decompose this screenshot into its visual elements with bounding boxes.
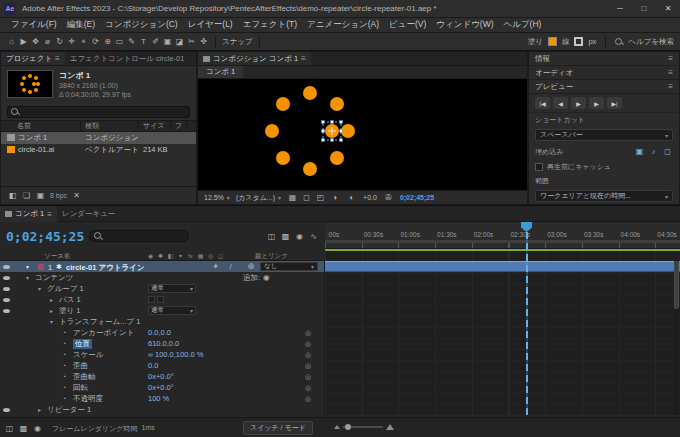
frame-blending-master-icon[interactable]: ▩ bbox=[18, 422, 29, 435]
first-frame-button[interactable]: |◀ bbox=[535, 97, 550, 109]
layer-row[interactable]: ▾ 1 ✱ circle-01 アウトライン ✦/ ◎ なし ▾ bbox=[0, 261, 324, 272]
property-value[interactable]: ∞100.0,100.0 % bbox=[148, 349, 203, 360]
tab-timeline-comp1[interactable]: コンポ 1 ≡ bbox=[0, 206, 57, 222]
resolution-dropdown[interactable]: (カスタム...) ▾ bbox=[236, 193, 281, 203]
property-value[interactable]: 0x+0.0° bbox=[148, 371, 174, 382]
layer-color-chip[interactable] bbox=[38, 264, 44, 270]
rotation-tool-icon[interactable]: ⟳ bbox=[90, 35, 101, 48]
visibility-eye-icon[interactable] bbox=[3, 287, 10, 291]
menu-item[interactable]: ヘルプ(H) bbox=[499, 19, 547, 31]
exposure-icon[interactable]: ◐ bbox=[346, 191, 357, 204]
dolly-camera-tool-icon[interactable]: ⌖ bbox=[78, 35, 89, 48]
timeline-search-box[interactable] bbox=[89, 230, 189, 242]
property-row-0[interactable]: ▾コンテンツ追加:◉ bbox=[0, 272, 324, 283]
visibility-eye-icon[interactable] bbox=[3, 408, 10, 412]
column-size[interactable]: サイズ bbox=[139, 121, 171, 131]
exposure-value[interactable]: +0.0 bbox=[363, 194, 377, 201]
panel-menu-icon[interactable]: ≡ bbox=[301, 54, 306, 63]
keyframe-navigator-icon[interactable]: ◎ bbox=[305, 349, 311, 360]
project-row[interactable]: circle-01.aiベクトルアート214 KB bbox=[1, 144, 196, 156]
visibility-eye-icon[interactable] bbox=[3, 276, 10, 280]
pan-camera-tool-icon[interactable]: ✛ bbox=[66, 35, 77, 48]
panel-menu-icon[interactable]: ≡ bbox=[47, 210, 52, 219]
pan-behind-tool-icon[interactable]: ⊕ bbox=[102, 35, 113, 48]
layer-duration-bar[interactable] bbox=[325, 261, 680, 272]
keyframe-navigator-icon[interactable]: ◎ bbox=[305, 371, 311, 382]
column-parent-link[interactable]: 親とリンク bbox=[255, 252, 288, 261]
draft-3d-icon[interactable]: ▩ bbox=[280, 230, 291, 243]
twirl-open-icon[interactable]: ▾ bbox=[50, 318, 57, 325]
brush-tool-icon[interactable]: ✐ bbox=[150, 35, 161, 48]
layer-name[interactable]: circle-01 アウトライン bbox=[66, 263, 145, 273]
roto-brush-tool-icon[interactable]: ✂ bbox=[186, 35, 197, 48]
hide-shy-layers-icon[interactable]: ◉ bbox=[294, 230, 305, 243]
clone-stamp-tool-icon[interactable]: ▣ bbox=[162, 35, 173, 48]
tab-composition[interactable]: コンポジション コンポ 1 ≡ bbox=[198, 52, 311, 65]
video-include-icon[interactable]: ▣ bbox=[634, 145, 645, 158]
eraser-tool-icon[interactable]: ◪ bbox=[174, 35, 185, 48]
keyframe-navigator-icon[interactable]: ◎ bbox=[305, 327, 311, 338]
audio-panel-header[interactable]: オーディオ ≡ bbox=[529, 66, 679, 80]
zoom-slider[interactable] bbox=[343, 426, 383, 428]
minimize-button[interactable]: ─ bbox=[608, 0, 632, 17]
stopwatch-icon[interactable]: ◔ bbox=[62, 329, 71, 336]
twirl-closed-icon[interactable]: ▸ bbox=[50, 307, 57, 314]
zoom-in-icon[interactable] bbox=[386, 424, 394, 430]
project-row[interactable]: コンポ 1コンポジション bbox=[1, 132, 196, 144]
stopwatch-icon[interactable]: ◔ bbox=[62, 362, 71, 369]
hand-tool-icon[interactable]: ✥ bbox=[30, 35, 41, 48]
color-depth-indicator[interactable]: 8 bpc bbox=[50, 192, 67, 199]
stopwatch-icon[interactable]: ◔ bbox=[62, 384, 71, 391]
transparency-grid-icon[interactable]: ▦ bbox=[287, 191, 298, 204]
parent-pickwhip-icon[interactable]: ◎ bbox=[248, 262, 254, 270]
tab-render-queue[interactable]: レンダーキュー bbox=[57, 206, 120, 222]
keyframe-navigator-icon[interactable]: ◎ bbox=[305, 360, 311, 371]
keyframe-navigator-icon[interactable]: ◎ bbox=[305, 393, 311, 404]
layer-visibility-eye-icon[interactable] bbox=[3, 265, 10, 269]
play-button[interactable]: ▶ bbox=[571, 97, 586, 109]
timeline-vertical-scrollbar[interactable] bbox=[674, 261, 679, 415]
twirl-closed-icon[interactable]: ▸ bbox=[50, 296, 57, 303]
help-search[interactable]: ヘルプを検索 bbox=[628, 37, 674, 47]
property-value[interactable]: 0.0,0.0 bbox=[148, 327, 171, 338]
stroke-color-swatch[interactable] bbox=[574, 37, 583, 46]
property-row-7[interactable]: ◔スケール∞100.0,100.0 %◎ bbox=[0, 349, 324, 360]
scrollbar-thumb[interactable] bbox=[674, 261, 679, 309]
audio-include-icon[interactable]: ♪ bbox=[648, 145, 659, 158]
menu-item[interactable]: ビュー(V) bbox=[384, 19, 431, 31]
property-value[interactable]: 0x+0.0° bbox=[148, 382, 174, 393]
switches-modes-button[interactable]: スイッチ / モード bbox=[243, 421, 313, 435]
menu-item[interactable]: コンポジション(C) bbox=[100, 19, 183, 31]
snap-toggle[interactable]: スナップ bbox=[222, 37, 253, 47]
property-value[interactable]: 0.0 bbox=[148, 360, 158, 371]
timeline-ruler[interactable]: :00s00:30s01:00s01:30s02:00s02:30s03:00s… bbox=[325, 222, 680, 249]
composition-viewer[interactable] bbox=[198, 79, 527, 190]
new-composition-icon[interactable]: ▣ bbox=[35, 189, 46, 202]
shortcut-dropdown[interactable]: スペースバー ▾ bbox=[535, 129, 673, 141]
region-of-interest-icon[interactable]: ◰ bbox=[315, 191, 326, 204]
blend-mode-dropdown[interactable]: 通常▾ bbox=[148, 306, 196, 315]
panel-menu-icon[interactable]: ≡ bbox=[668, 82, 673, 91]
next-frame-button[interactable]: ▶ bbox=[589, 97, 604, 109]
delete-icon[interactable]: ✕ bbox=[71, 189, 82, 202]
fill-color-swatch[interactable] bbox=[548, 37, 557, 46]
tab-project[interactable]: プロジェクト ≡ bbox=[1, 52, 65, 65]
keyframe-navigator-icon[interactable]: ◎ bbox=[305, 382, 311, 393]
twirl-closed-icon[interactable]: ▸ bbox=[38, 406, 45, 413]
panel-menu-icon[interactable]: ≡ bbox=[668, 68, 673, 77]
menu-item[interactable]: ファイル(F) bbox=[6, 19, 62, 31]
zoom-level-dropdown[interactable]: 12.5% ▾ bbox=[204, 194, 230, 201]
home-icon[interactable]: ⌂ bbox=[6, 35, 17, 48]
parent-dropdown[interactable]: なし ▾ bbox=[260, 262, 318, 271]
composition-mini-flowchart-icon[interactable]: ◫ bbox=[266, 230, 277, 243]
project-search-box[interactable] bbox=[7, 106, 190, 118]
current-time-field[interactable]: 0;02;45;25 bbox=[6, 229, 84, 244]
visibility-eye-icon[interactable] bbox=[3, 309, 10, 313]
property-row-10[interactable]: ◔回転0x+0.0°◎ bbox=[0, 382, 324, 393]
panel-menu-icon[interactable]: ≡ bbox=[55, 54, 60, 63]
selection-tool-icon[interactable]: ▶ bbox=[18, 35, 29, 48]
tab-effect-controls[interactable]: エフェクトコントロール circle-01 bbox=[65, 52, 190, 65]
previous-frame-button[interactable]: ◀ bbox=[553, 97, 568, 109]
menu-item[interactable]: ウィンドウ(W) bbox=[431, 19, 498, 31]
rectangle-tool-icon[interactable]: ▭ bbox=[114, 35, 125, 48]
